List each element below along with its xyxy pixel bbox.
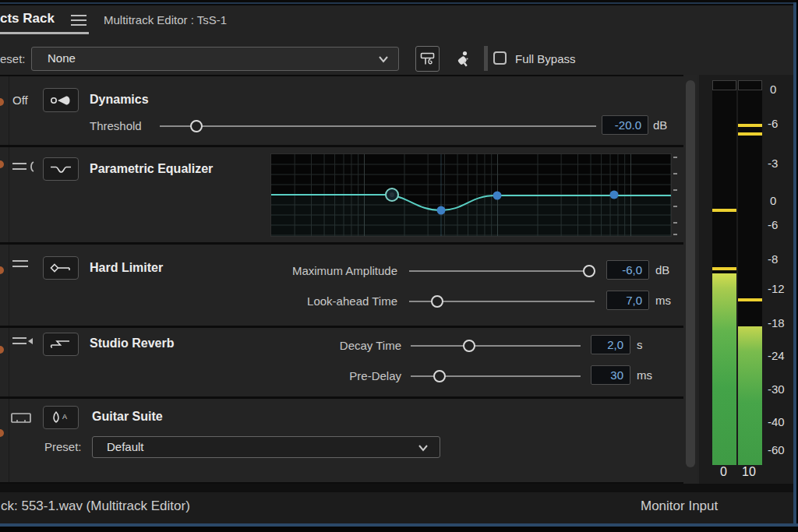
meter-bottom-label: 10 (742, 465, 756, 479)
panel-title: Multitrack Editor : TsS-1 (104, 13, 227, 26)
studio-reverb-effect-button[interactable] (43, 333, 79, 356)
eq-scale-tick (673, 206, 677, 207)
max-amplitude-unit: dB (655, 263, 669, 277)
meter-scale-label: -6 (768, 117, 778, 130)
studio-reverb-icon (49, 338, 72, 351)
parametric-eq-icon (49, 163, 72, 175)
threshold-value[interactable]: -20.0 (602, 115, 648, 135)
chevron-down-icon (418, 444, 429, 452)
eq-scale-tick (673, 157, 677, 158)
pre-delay-unit: ms (637, 368, 652, 382)
delete-preset-icon (451, 49, 471, 69)
max-amplitude-slider-knob[interactable] (583, 265, 595, 277)
pre-delay-label: Pre-Delay (261, 369, 401, 382)
threshold-unit: dB (653, 118, 667, 132)
dynamics-effect-button[interactable] (43, 88, 79, 112)
active-tab-underline (0, 32, 89, 34)
save-preset-icon (420, 51, 435, 66)
guitar-preset-dropdown[interactable]: Default (92, 436, 440, 458)
look-ahead-label: Look-ahead Time (257, 294, 397, 308)
meter-scale-label: -24 (768, 349, 785, 362)
decay-time-slider[interactable] (411, 345, 581, 347)
meter-scale-label: -8 (768, 252, 778, 266)
row-divider (0, 396, 683, 399)
list-top-divider (0, 75, 683, 76)
status-track-info: ck: 553-1.wav (Multitrack Editor) (1, 499, 190, 514)
rack-preset-dropdown[interactable]: None (31, 47, 399, 71)
meter-scale-label: -40 (768, 415, 785, 428)
eq-effect-button[interactable] (43, 157, 79, 181)
decay-time-unit: s (637, 338, 643, 351)
threshold-slider[interactable] (160, 125, 596, 127)
hard-limiter-icon (49, 262, 72, 274)
meter-bottom-label: 0 (720, 465, 727, 479)
eq-point-4 (610, 191, 619, 199)
eq-scale-tick (673, 189, 677, 191)
panel-focus-border-top (0, 2, 798, 4)
hard-limiter-effect-button[interactable] (43, 256, 79, 280)
threshold-slider-knob[interactable] (190, 120, 203, 132)
hamburger-icon (71, 15, 87, 26)
rack-preset-value: None (48, 51, 76, 65)
chevron-down-icon (378, 55, 389, 63)
panel-menu-button[interactable] (71, 15, 87, 26)
look-ahead-slider-knob[interactable] (431, 295, 443, 308)
eq-scale-tick (673, 222, 677, 224)
toolbar-separator (484, 46, 488, 71)
row-divider (0, 145, 683, 147)
look-ahead-value[interactable]: 7,0 (606, 291, 649, 310)
guitar-suite-title[interactable]: Guitar Suite (92, 410, 163, 424)
meter-scale-label: -60 (768, 443, 785, 456)
guitar-preset-label: Preset: (44, 440, 82, 453)
tab-effects-rack[interactable]: cts Rack (0, 11, 55, 26)
peak-hold-line (712, 267, 736, 270)
monitor-input-button[interactable]: Monitor Input (641, 499, 718, 514)
dynamics-title[interactable]: Dynamics (90, 93, 149, 107)
slot-column-divider (9, 76, 9, 484)
studio-reverb-title[interactable]: Studio Reverb (90, 336, 174, 351)
pre-delay-slider-knob[interactable] (433, 370, 446, 382)
eq-title[interactable]: Parametric Equalizer (90, 162, 213, 176)
decay-time-value[interactable]: 2,0 (591, 335, 630, 354)
max-amplitude-value[interactable]: -6,0 (606, 260, 649, 280)
rack-preset-label: eset: (0, 52, 26, 65)
dynamics-power-label[interactable]: Off (12, 93, 28, 107)
peak-hold-line (738, 132, 762, 136)
clip-indicator-right[interactable] (738, 80, 762, 90)
studio-reverb-slot-glyph (12, 335, 34, 347)
meter-scale-label: 0 (770, 194, 776, 207)
meter-scale-label: 0 (770, 83, 776, 96)
delete-preset-button[interactable] (447, 46, 476, 72)
guitar-preset-value: Default (107, 440, 144, 453)
guitar-suite-slot-glyph (11, 411, 33, 425)
meter-scale-label: -6 (768, 218, 778, 231)
peak-hold-line (738, 124, 762, 127)
decay-time-label: Decay Time (261, 339, 401, 352)
eq-scale-tick (673, 234, 677, 235)
scrollbar-thumb[interactable] (686, 80, 695, 467)
eq-curve-graph[interactable] (270, 153, 672, 237)
eq-slot-glyph (12, 161, 36, 174)
row-divider (0, 326, 683, 328)
save-preset-button[interactable] (415, 46, 440, 72)
svg-text:A: A (62, 413, 67, 421)
pre-delay-value[interactable]: 30 (591, 365, 630, 385)
row-divider (0, 242, 683, 245)
look-ahead-unit: ms (655, 294, 671, 307)
meter-fill-left (712, 273, 736, 465)
max-amplitude-slider[interactable] (409, 270, 595, 272)
guitar-suite-icon: A (49, 410, 72, 425)
meter-fill-right (738, 326, 762, 465)
peak-hold-line (738, 298, 762, 301)
hard-limiter-title[interactable]: Hard Limiter (90, 261, 163, 275)
threshold-label: Threshold (90, 119, 142, 132)
guitar-suite-effect-button[interactable]: A (43, 406, 79, 429)
status-bar-gap (0, 484, 793, 492)
decay-time-slider-knob[interactable] (463, 340, 475, 352)
full-bypass-checkbox[interactable] (493, 51, 507, 65)
meter-scale-label: -3 (768, 157, 778, 170)
full-bypass-label[interactable]: Full Bypass (515, 52, 576, 65)
meter-scale-label: -12 (768, 282, 785, 295)
eq-scale-tick (673, 173, 677, 174)
clip-indicator-left[interactable] (712, 80, 736, 90)
